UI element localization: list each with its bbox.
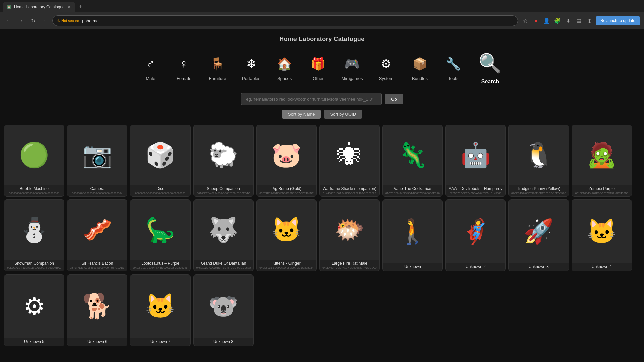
item-card[interactable]: 🦎 Vane The Cockatrice 01C7EDF8-349F45D1-… xyxy=(382,125,443,197)
page-content: Home Laboratory Catalogue ♂ Male ♀ Femal… xyxy=(0,29,644,362)
item-card[interactable]: 🐡 Large Fire Rat Male 04BE403F-7CD741B7-… xyxy=(319,199,380,272)
item-card[interactable]: 🐺 Grand Duke Of Dantalian 04581022-AD324… xyxy=(193,199,254,272)
download-button[interactable]: ⬇ xyxy=(564,16,573,25)
item-image: 🚀 xyxy=(509,200,569,263)
item-name: Snowman Companion xyxy=(12,260,56,266)
items-grid-container[interactable]: 🟢 Bubble Machine 00000000-00000000-00000… xyxy=(0,123,644,348)
browser-chrome: 🏠 Home Laboratory Catalogue ✕ + ← → ↻ ⌂ … xyxy=(0,0,644,29)
item-name: Pig Bomb (Gold) xyxy=(270,185,304,191)
category-item-minigames[interactable]: 🎮 Minigames xyxy=(342,54,363,81)
category-item-furniture[interactable]: 🪑 Furniture xyxy=(208,54,228,81)
item-image: 🐡 xyxy=(320,200,379,260)
item-card[interactable]: 🐱 Unknown 7 xyxy=(130,274,191,346)
item-image: ⚙ xyxy=(4,275,64,338)
item-card[interactable]: 🥓 Sir Francis Bacon 03F0F7ED-AB354690-B0… xyxy=(67,199,127,272)
male-label: Male xyxy=(146,76,155,81)
item-card[interactable]: 🧟 Zombie Purple 0313F183-E4A84D35-5287C1… xyxy=(572,125,632,197)
item-card[interactable]: 🚶 Unknown xyxy=(382,199,443,272)
category-item-male[interactable]: ♂ Male xyxy=(141,54,161,81)
item-card[interactable]: 🐨 Unknown 8 xyxy=(193,274,254,346)
item-image: 🐑 xyxy=(194,125,253,185)
new-tab-button[interactable]: + xyxy=(76,2,85,12)
female-label: Female xyxy=(177,76,191,81)
item-uuid xyxy=(537,269,540,271)
item-card[interactable]: 🤖 AAA - Devilrobots - Humphrey 02555752-… xyxy=(445,125,506,197)
extra-button[interactable]: ⊕ xyxy=(585,16,594,25)
item-name: Unknown 8 xyxy=(211,338,235,344)
tab-close-button[interactable]: ✕ xyxy=(67,4,71,10)
minigames-label: Minigames xyxy=(342,76,363,81)
go-button[interactable]: Go xyxy=(385,94,403,104)
item-card[interactable]: 🟢 Bubble Machine 00000000-00000000-00000… xyxy=(4,125,64,197)
category-item-female[interactable]: ♀ Female xyxy=(174,54,194,81)
address-bar[interactable]: ⚠ Not secure psho.me xyxy=(52,15,518,26)
item-card[interactable]: 🐧 Trudging Prinny (Yellow) 02CE94D2-8FB7… xyxy=(508,125,569,197)
category-item-spaces[interactable]: 🏠 Spaces xyxy=(275,54,295,81)
item-uuid xyxy=(600,269,603,271)
item-card[interactable]: 🦸 Unknown 2 xyxy=(445,199,506,272)
item-name: Unknown 2 xyxy=(464,263,488,269)
category-item-system[interactable]: ⚙ System xyxy=(376,54,396,81)
item-card[interactable]: ⛄ Snowman Companion 03EDE728-F12B413D-8A… xyxy=(4,199,64,272)
item-image: 🦕 xyxy=(130,200,190,260)
sort-by-name-button[interactable]: Sort by Name xyxy=(282,110,321,119)
item-uuid: 00165FE8-49794590-BB092E28-25B2ED1C xyxy=(196,191,252,196)
category-item-bundles[interactable]: 📦 Bundles xyxy=(410,54,430,81)
item-card[interactable]: ⚙ Unknown 5 xyxy=(4,274,64,346)
item-card[interactable]: 📷 Camera 00000000-00000000-00000000-0000… xyxy=(67,125,127,197)
item-card[interactable]: 🐱 Kittens - Ginger 04CE6921-6142A4AD-9F8… xyxy=(256,199,317,272)
item-image: 🧟 xyxy=(572,125,632,185)
item-uuid: 01C7EDF8-349F45D1-B0897CF0-90D2E6A0 xyxy=(384,191,441,196)
tab-title: Home Laboratory Catalogue xyxy=(14,5,65,9)
category-item-portables[interactable]: ❄ Portables xyxy=(241,54,261,81)
category-item-search[interactable]: 🔍 Search xyxy=(477,50,503,85)
back-button[interactable]: ← xyxy=(4,16,13,25)
system-label: System xyxy=(379,76,393,81)
sort-by-uuid-button[interactable]: Sort by UUID xyxy=(324,110,362,119)
tab-favicon: 🏠 xyxy=(7,5,11,9)
item-name: Sir Francis Bacon xyxy=(79,260,115,266)
search-input[interactable] xyxy=(241,93,382,105)
category-item-other[interactable]: 🎁 Other xyxy=(308,54,328,81)
reload-button[interactable]: ↻ xyxy=(28,16,38,25)
item-card[interactable]: 🐷 Pig Bomb (Gold) 00E71B89-291F4FBF-B80D… xyxy=(256,125,317,197)
item-card[interactable]: 🦕 Lootosaurus – Purple 0418F81E-D0894FFA… xyxy=(130,199,191,272)
items-grid: 🟢 Bubble Machine 00000000-00000000-00000… xyxy=(0,123,644,348)
male-icon: ♂ xyxy=(141,54,161,74)
url-text: psho.me xyxy=(82,18,99,23)
item-name: Camera xyxy=(88,185,107,191)
item-card[interactable]: 🐱 Unknown 4 xyxy=(572,199,632,272)
item-uuid xyxy=(33,344,36,346)
item-name: Unknown 5 xyxy=(22,338,46,344)
extensions-button[interactable]: 🧩 xyxy=(553,16,562,25)
red-circle-button[interactable]: ● xyxy=(531,16,541,25)
portables-icon: ❄ xyxy=(241,54,261,74)
forward-button[interactable]: → xyxy=(16,16,25,25)
item-name: Bubble Machine xyxy=(18,185,51,191)
item-card[interactable]: 🎲 Dice 00000000-00000000-000000F0-000000… xyxy=(130,125,191,197)
category-item-tools[interactable]: 🔧 Tools xyxy=(443,54,463,81)
item-card[interactable]: 🚀 Unknown 3 xyxy=(508,199,569,272)
item-image: 🦎 xyxy=(383,125,442,185)
nav-actions: ☆ ● 👤 🧩 ⬇ ▤ ⊕ Relaunch to update xyxy=(521,16,640,25)
item-name: Trudging Prinny (Yellow) xyxy=(515,185,562,191)
bookmark-button[interactable]: ☆ xyxy=(521,16,530,25)
account-button[interactable]: 👤 xyxy=(542,16,551,25)
item-card[interactable]: 🕷 Warframe Shade (companion) 014468ED-B0… xyxy=(319,125,380,197)
categories-row: ♂ Male ♀ Female 🪑 Furniture ❄ Portables … xyxy=(87,47,557,88)
bundles-icon: 📦 xyxy=(410,54,430,74)
profile-button[interactable]: ▤ xyxy=(574,16,584,25)
item-uuid: 03EDE728-F12B413D-8A220374-10BD4BA2 xyxy=(6,266,63,271)
item-image: 📷 xyxy=(67,125,127,185)
item-name: AAA - Devilrobots - Humphrey xyxy=(447,185,504,191)
warning-icon: ⚠ xyxy=(57,19,60,23)
relaunch-button[interactable]: Relaunch to update xyxy=(596,16,640,25)
item-uuid xyxy=(474,269,477,271)
item-name: Unknown xyxy=(402,263,423,269)
item-uuid: 04581022-AD324B9F-8B467CED-0EECB573 xyxy=(195,266,252,271)
item-card[interactable]: 🐕 Unknown 6 xyxy=(67,274,127,346)
item-name: Unknown 3 xyxy=(527,263,551,269)
item-card[interactable]: 🐑 Sheep Companion 00165FE8-49794590-BB09… xyxy=(193,125,254,197)
home-button[interactable]: ⌂ xyxy=(40,16,50,25)
active-tab[interactable]: 🏠 Home Laboratory Catalogue ✕ xyxy=(3,2,75,12)
